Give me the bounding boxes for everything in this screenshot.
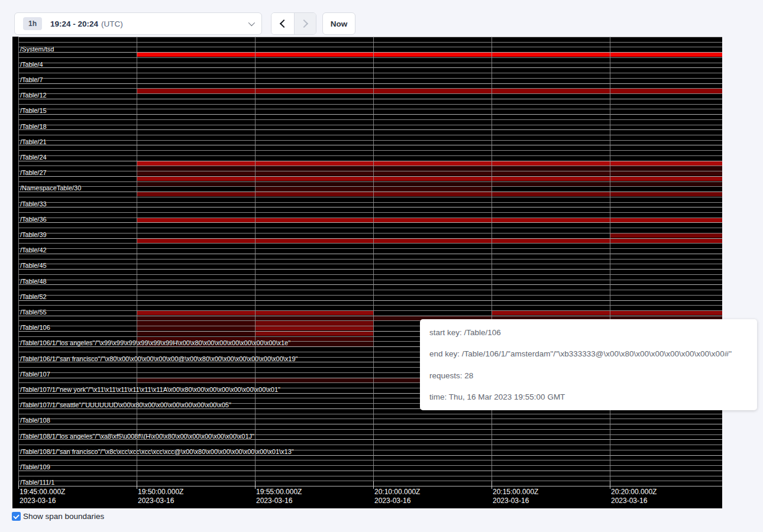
row-label: /Table/24	[20, 154, 47, 161]
span-boundary-line	[18, 274, 722, 275]
heatmap-bar[interactable]	[610, 233, 722, 238]
row-label: /Table/108	[20, 417, 50, 424]
tick-time: 19:55:00.000Z	[256, 488, 302, 497]
heatmap-bar[interactable]	[255, 332, 373, 336]
span-boundary-line	[18, 429, 722, 430]
footer: Show span boundaries	[12, 512, 104, 521]
span-boundary-line	[18, 300, 722, 301]
now-button[interactable]: Now	[322, 12, 355, 35]
span-boundary-line	[18, 63, 722, 63]
span-tooltip: start key: /Table/106 end key: /Table/10…	[420, 319, 757, 410]
time-tick	[18, 481, 19, 489]
heatmap-bar[interactable]	[137, 177, 722, 181]
heatmap-bar[interactable]	[137, 332, 255, 336]
heatmap[interactable]: /System/tsd/Table/4/Table/7/Table/12/Tab…	[12, 37, 722, 508]
span-boundary-line	[18, 222, 722, 223]
tick-time: 20:20:00.000Z	[611, 488, 657, 497]
span-boundary-line	[18, 109, 722, 109]
row-label: /Table/108/1/"san francisco"/"\x8c\xcc\x…	[20, 448, 294, 455]
span-boundary-line	[18, 125, 722, 125]
tick-date: 2023-03-16	[138, 497, 183, 505]
row-label: /Table/36	[20, 216, 47, 223]
time-gridline	[18, 37, 19, 486]
span-boundary-line	[18, 202, 722, 203]
span-boundary-line	[18, 104, 722, 105]
row-label: /Table/7	[20, 76, 43, 83]
span-boundary-line	[18, 57, 722, 58]
tick-date: 2023-03-16	[256, 497, 302, 505]
heatmap-bar[interactable]	[137, 326, 255, 330]
time-tick	[492, 481, 492, 489]
chevron-left-icon	[280, 20, 288, 28]
tick-time: 19:50:00.000Z	[138, 488, 183, 497]
span-boundary-line	[18, 135, 722, 135]
heatmap-bar[interactable]	[137, 53, 722, 57]
row-label: /Table/107/1/"seattle"/"UUUUUUD\x00\x80\…	[20, 401, 231, 408]
row-label: /Table/15	[20, 107, 47, 114]
span-boundary-line	[18, 119, 722, 120]
row-label: /Table/4	[20, 61, 43, 68]
heatmap-bar[interactable]	[492, 311, 722, 315]
time-gridline	[255, 37, 256, 486]
heatmap-bar[interactable]	[255, 321, 373, 325]
chevron-down-icon	[248, 20, 255, 26]
span-boundary-line	[18, 212, 722, 213]
previous-range-button[interactable]	[271, 13, 294, 34]
span-boundary-line	[18, 419, 722, 419]
span-boundary-line	[18, 73, 722, 73]
time-gridline	[373, 37, 374, 486]
span-boundary-line	[18, 259, 722, 259]
toolbar: 1h 19:24 - 20:24(UTC) Now	[0, 0, 763, 37]
span-boundary-line	[18, 114, 722, 115]
span-boundary-line	[18, 481, 722, 481]
heatmap-bar[interactable]	[137, 182, 722, 186]
heatmap-bar[interactable]	[137, 192, 722, 196]
span-boundary-line	[18, 269, 722, 270]
span-boundary-line	[18, 476, 722, 476]
row-label: /Table/107	[20, 371, 50, 378]
time-range-dropdown[interactable]: 1h 19:24 - 20:24(UTC)	[14, 12, 262, 35]
span-boundary-line	[18, 197, 722, 197]
span-boundary-line	[18, 254, 722, 254]
span-boundary-line	[18, 37, 722, 37]
heatmap-bar[interactable]	[137, 166, 722, 170]
tick-time: 20:15:00.000Z	[493, 488, 538, 497]
span-boundary-line	[18, 207, 722, 207]
range-duration-badge: 1h	[23, 17, 42, 30]
span-boundary-line	[18, 305, 722, 306]
range-text: 19:24 - 20:24(UTC)	[50, 20, 123, 28]
row-label: /Table/107/1/"new york"/"\x11\x11\x11\x1…	[20, 386, 280, 393]
row-label: /Table/106/1/"san francisco"/"\x80\x00\x…	[20, 355, 298, 362]
tooltip-requests: requests: 28	[429, 371, 748, 381]
row-label: /Table/106/1/"los angeles"/"\x99\x99\x99…	[20, 339, 290, 346]
show-span-boundaries-checkbox[interactable]	[12, 512, 21, 521]
time-tick-label: 19:50:00.000Z2023-03-16	[138, 488, 183, 505]
time-tick	[610, 481, 610, 489]
span-boundary-line	[18, 414, 722, 414]
tick-time: 20:10:00.000Z	[374, 488, 420, 497]
row-label: /Table/33	[20, 200, 47, 207]
span-boundary-line	[18, 280, 722, 280]
row-label: /Table/52	[20, 293, 47, 300]
row-label: /Table/111/1	[20, 479, 54, 486]
row-label: /Table/42	[20, 246, 47, 254]
span-boundary-line	[18, 129, 722, 130]
heatmap-bar[interactable]	[137, 218, 722, 222]
next-range-button[interactable]	[294, 13, 316, 34]
heatmap-bar[interactable]	[137, 239, 722, 243]
span-boundary-line	[18, 290, 722, 290]
tooltip-start-key: start key: /Table/106	[429, 327, 748, 338]
span-boundary-line	[18, 424, 722, 424]
span-boundary-line	[18, 264, 722, 264]
heatmap-bar[interactable]	[137, 171, 722, 176]
heatmap-bar[interactable]	[255, 326, 373, 330]
heatmap-bar[interactable]	[137, 161, 722, 166]
time-tick-label: 19:45:00.000Z2023-03-16	[20, 488, 65, 505]
heatmap-bar[interactable]	[137, 321, 255, 325]
time-gridline	[137, 37, 137, 486]
span-boundary-line	[18, 78, 722, 79]
time-tick-label: 19:55:00.000Z2023-03-16	[256, 488, 302, 505]
row-label: /Table/39	[20, 231, 47, 238]
span-boundary-line	[18, 471, 722, 471]
heatmap-bar[interactable]	[137, 89, 722, 93]
